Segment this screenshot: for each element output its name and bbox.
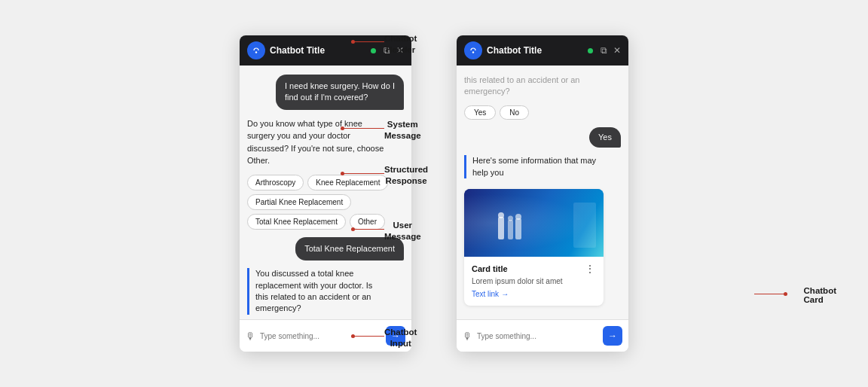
chatbot-input-right: 🎙 → <box>457 319 628 352</box>
card-link-arrow: → <box>501 290 509 298</box>
context-text-right: this related to an accident or an emerge… <box>464 75 621 98</box>
card-title-row: Card title ⋮ <box>472 263 596 275</box>
chatbot-header-left: Chatbot Title ⧉ ✕ <box>240 35 411 66</box>
header-icons-right: ⧉ ✕ <box>601 45 621 56</box>
dot-card <box>784 292 787 296</box>
svg-point-7 <box>508 215 513 221</box>
send-button-left[interactable]: → <box>386 326 405 346</box>
card-desc: Lorem ipsum dolor sit amet <box>472 277 596 285</box>
input-field-right[interactable] <box>477 332 598 340</box>
avatar-left <box>247 41 265 59</box>
user-message-2: Total Knee Replacement <box>295 237 404 261</box>
response-btn-knee-replacement[interactable]: Knee Replacement <box>307 175 388 190</box>
response-btn-other[interactable]: Other <box>350 214 385 230</box>
chatbot-card: Card title ⋮ Lorem ipsum dolor sit amet … <box>464 189 604 306</box>
close-icon-right[interactable]: ✕ <box>613 45 621 56</box>
avatar-right <box>464 41 482 59</box>
svg-rect-8 <box>515 218 521 239</box>
right-chatbot-window: Chatbot Title ⧉ ✕ this related to an acc… <box>457 35 628 352</box>
system-message-1: Do you know what type of knee surgery yo… <box>247 117 387 167</box>
chat-body-left: I need knee surgery. How do I find out i… <box>240 66 411 319</box>
info-message-1: You discussed a total knee replacement w… <box>247 268 387 315</box>
chatbot-input-left: 🎙 → <box>240 319 411 352</box>
input-field-left[interactable] <box>260 332 381 340</box>
main-container: Chatbot Title ⧉ ✕ I need knee surgery. H… <box>0 0 868 387</box>
info-message-right: Here's some information that may help yo… <box>464 155 604 178</box>
mic-icon-left[interactable]: 🎙 <box>246 331 255 342</box>
chat-body-right: this related to an accident or an emerge… <box>457 66 628 319</box>
line-card <box>754 294 787 294</box>
card-menu-icon[interactable]: ⋮ <box>585 263 596 275</box>
header-title-left: Chatbot Title <box>270 45 364 56</box>
yn-buttons-right: Yes No <box>464 105 529 120</box>
svg-point-0 <box>252 46 261 55</box>
status-dot-right <box>588 48 593 53</box>
svg-rect-4 <box>498 217 504 239</box>
chatbot-header-right: Chatbot Title ⧉ ✕ <box>457 35 628 66</box>
user-message-yes: Yes <box>589 127 621 148</box>
card-link[interactable]: Text link → <box>472 290 509 298</box>
copy-icon-right[interactable]: ⧉ <box>601 45 607 56</box>
header-title-right: Chatbot Title <box>487 45 581 56</box>
card-image <box>464 189 604 257</box>
copy-icon-left[interactable]: ⧉ <box>384 45 390 56</box>
svg-point-9 <box>515 214 521 220</box>
left-chatbot-window: Chatbot Title ⧉ ✕ I need knee surgery. H… <box>240 35 411 352</box>
no-button-right[interactable]: No <box>500 105 529 120</box>
svg-point-5 <box>498 212 504 218</box>
svg-point-2 <box>469 46 478 55</box>
user-message-1: I need knee surgery. How do I find out i… <box>276 75 404 110</box>
close-icon-left[interactable]: ✕ <box>396 45 404 56</box>
send-icon-right: → <box>608 331 617 341</box>
header-icons-left: ⧉ ✕ <box>384 45 404 56</box>
annotation-card: ChatbotCard <box>804 286 836 304</box>
response-btn-partial[interactable]: Partial Knee Replacement <box>247 194 351 210</box>
response-btn-arthroscopy[interactable]: Arthroscopy <box>247 175 304 190</box>
mic-icon-right[interactable]: 🎙 <box>463 331 472 342</box>
card-body: Card title ⋮ Lorem ipsum dolor sit amet … <box>464 257 604 306</box>
card-image-art <box>464 189 604 257</box>
send-button-right[interactable]: → <box>603 326 622 346</box>
card-title: Card title <box>472 264 508 273</box>
svg-rect-6 <box>508 220 513 239</box>
send-icon-left: → <box>391 331 400 341</box>
status-dot-left <box>371 48 376 53</box>
svg-point-3 <box>472 51 474 53</box>
structured-response-1: Arthroscopy Knee Replacement Partial Kne… <box>247 175 404 230</box>
response-btn-total[interactable]: Total Knee Replacement <box>247 214 346 230</box>
svg-point-1 <box>255 51 257 53</box>
card-link-text: Text link <box>472 290 499 298</box>
yes-button-right[interactable]: Yes <box>464 105 496 120</box>
